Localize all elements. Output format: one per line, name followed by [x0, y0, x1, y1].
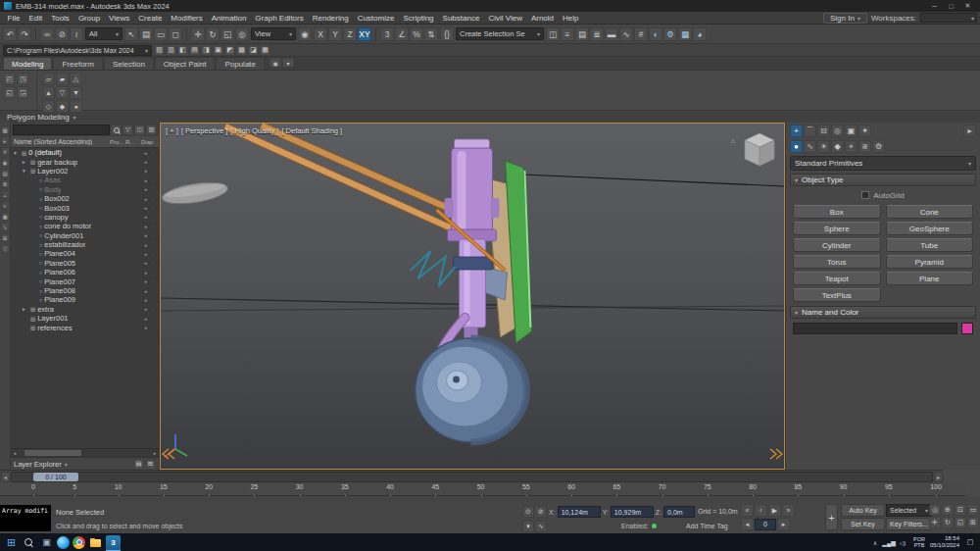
start-button[interactable]: ⊞ — [4, 535, 19, 550]
workspaces-dropdown[interactable]: ▾ — [920, 13, 977, 23]
explorer-side-icon[interactable]: ▣ — [1, 212, 10, 221]
axis-xy-button[interactable]: XY — [358, 27, 371, 41]
primitives-dropdown[interactable]: Standard Primitives▾ — [790, 156, 976, 171]
explorer-row-plane008[interactable]: ○Plane008● · — [11, 286, 159, 295]
explorer-side-icon[interactable]: ≣ — [1, 179, 10, 188]
orbit-icon[interactable]: ↻ — [942, 517, 954, 528]
key-filters-button[interactable]: Key Filters... — [886, 518, 932, 530]
render-production-icon[interactable]: ◕ — [693, 27, 707, 41]
menu-item-substance[interactable]: Substance — [438, 14, 484, 23]
explorer-row-cylinder001[interactable]: ○Cylinder001● · — [11, 231, 159, 240]
systems-category-icon[interactable]: ⚙ — [872, 140, 885, 153]
explorer-row-plane004[interactable]: ○Plane004● · — [11, 249, 159, 258]
undo-icon[interactable]: ↶ — [3, 27, 17, 41]
obtn-textplus[interactable]: TextPlus — [793, 288, 881, 302]
close-button[interactable]: ✕ — [959, 1, 976, 12]
play-icon[interactable]: ▶ — [768, 504, 781, 517]
explorer-search-icon[interactable] — [111, 125, 122, 135]
explorer-filter-icon[interactable]: ▽ — [122, 125, 133, 135]
column-header-name[interactable]: Name (Sorted Ascending) — [14, 138, 110, 145]
window-crossing-icon[interactable]: ◻ — [169, 27, 182, 41]
docked-tool-icon-1[interactable]: ▧ — [154, 45, 165, 56]
select-and-move-icon[interactable]: ✛ — [191, 27, 205, 41]
object-name-input[interactable] — [793, 323, 957, 334]
menu-item-arnold[interactable]: Arnold — [526, 14, 558, 23]
explorer-side-icon[interactable]: ✛ — [1, 147, 10, 156]
set-key-button[interactable]: Set Key — [841, 518, 885, 530]
tab-populate[interactable]: Populate — [216, 57, 265, 70]
ribbon-tool-icon[interactable]: ◱ — [3, 86, 16, 99]
obtn-tube[interactable]: Tube — [886, 238, 974, 252]
edit-named-selection-sets-icon[interactable]: {} — [440, 27, 454, 41]
sign-in-button[interactable]: Sign In▾ — [823, 13, 867, 24]
explorer-side-icon[interactable]: ⊞ — [1, 233, 10, 242]
explorer-row-plane005[interactable]: ○Plane005● · — [11, 259, 159, 268]
explorer-row-plane006[interactable]: ○Plane006● · — [11, 268, 159, 276]
menu-item-tools[interactable]: Tools — [47, 14, 74, 23]
model-wheel[interactable] — [416, 338, 527, 442]
project-path-field[interactable]: C:\Program Files\Autodesk\3ds Max 2024▾ — [3, 45, 152, 56]
autogrid-checkbox[interactable] — [861, 191, 869, 199]
obtn-cone[interactable]: Cone — [886, 205, 974, 219]
z-coordinate-field[interactable]: 0,0m — [663, 506, 695, 518]
ribbon-config-icon[interactable]: ◉ — [270, 58, 281, 68]
ribbon-tool-icon[interactable]: ▼ — [70, 86, 82, 99]
snaps-toggle-icon[interactable]: 3 — [380, 27, 394, 41]
maxscript-mini-listener[interactable]: Array modifi — [0, 505, 51, 531]
scrollbar-thumb[interactable] — [24, 450, 81, 456]
vlseg-[interactable]: [ + ] — [166, 126, 178, 135]
explorer-mode-label[interactable]: Layer Explorer — [14, 460, 62, 469]
menu-item-scripting[interactable]: Scripting — [399, 14, 438, 23]
chrome-icon[interactable] — [73, 536, 85, 549]
menu-item-customize[interactable]: Customize — [353, 14, 399, 23]
ribbon-tool-icon[interactable]: ● — [70, 100, 82, 113]
explorer-side-icon[interactable]: ◒ — [1, 190, 10, 199]
hcol-diap[interactable]: Diap — [141, 139, 156, 145]
ribbon-tool-icon[interactable]: ▱ — [42, 73, 55, 85]
explorer-row-references[interactable]: ▤references● · — [11, 323, 159, 331]
obtn-pyramid[interactable]: Pyramid — [886, 255, 974, 269]
scroll-left-icon[interactable]: ◂ — [11, 450, 19, 456]
lights-category-icon[interactable]: ☀ — [817, 140, 830, 153]
zoom-region-icon[interactable]: ▭ — [967, 504, 979, 516]
explorer-row-box002[interactable]: ○Box002● · — [11, 194, 159, 203]
docked-tool-icon-10[interactable]: ▦ — [260, 45, 270, 56]
display-tab-icon[interactable]: ▣ — [845, 125, 858, 137]
hcol-r[interactable]: R... — [125, 139, 140, 145]
explorer-side-icon[interactable]: ◉ — [1, 158, 10, 167]
search-button[interactable] — [22, 535, 36, 550]
render-setup-icon[interactable]: ⚙ — [663, 27, 677, 41]
obtn-cylinder[interactable]: Cylinder — [793, 238, 881, 252]
ribbon-tool-icon[interactable]: △ — [70, 73, 82, 85]
docked-tool-icon-2[interactable]: ▥ — [166, 45, 176, 56]
modify-tab-icon[interactable]: ⌒ — [804, 125, 816, 137]
menu-item-file[interactable]: File — [3, 14, 24, 23]
explorer-row-asas[interactable]: ○Asas● · — [11, 175, 159, 184]
named-selection-set-dropdown[interactable]: Create Selection Se▾ — [456, 27, 544, 40]
obtn-geosphere[interactable]: GeoSphere — [886, 222, 974, 235]
toggle-layer-explorer-icon[interactable]: ≣ — [590, 27, 604, 41]
ribbon-tool-icon[interactable]: ◰ — [3, 73, 16, 85]
explorer-row-cone-do-motor[interactable]: ○cone do motor● · — [11, 222, 159, 230]
explorer-side-icon[interactable]: ▦ — [1, 125, 10, 134]
add-time-tag[interactable]: Add Time Tag — [686, 523, 728, 529]
previous-frame-icon[interactable]: ‹ — [755, 504, 767, 517]
name-color-rollout[interactable]: ▾ Name and Color — [790, 306, 976, 319]
taskbar-clock[interactable]: 18:54 05/10/2024 — [930, 535, 959, 549]
docked-tool-icon-7[interactable]: ◩ — [224, 45, 235, 56]
vlseg-high-quality[interactable]: [ High Quality ] — [230, 126, 278, 135]
material-editor-icon[interactable]: ◐ — [649, 27, 662, 41]
ribbon-tool-icon[interactable]: ◆ — [56, 100, 69, 113]
obtn-sphere[interactable]: Sphere — [793, 222, 881, 235]
menu-item-edit[interactable]: Edit — [24, 14, 47, 23]
axis-y-button[interactable]: Y — [328, 27, 342, 41]
hcol-pro[interactable]: Pro... — [110, 139, 124, 145]
object-color-swatch[interactable] — [961, 323, 973, 334]
toggle-ribbon-icon[interactable]: ▬ — [605, 27, 618, 41]
ribbon-minimize-icon[interactable]: ▾ — [282, 58, 294, 68]
use-pivot-point-icon[interactable]: ◉ — [298, 27, 312, 41]
hidden-icons-caret[interactable]: ∧ — [869, 536, 881, 549]
mirror-icon[interactable]: ◫ — [546, 27, 560, 41]
menu-item-create[interactable]: Create — [134, 14, 167, 23]
explorer-row-layer002[interactable]: ▾▤Layer002● · — [11, 167, 159, 175]
